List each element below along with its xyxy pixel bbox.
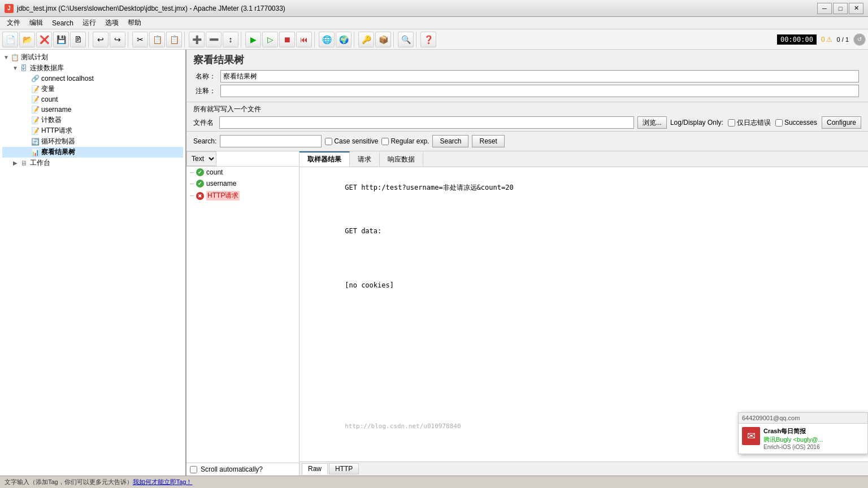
menu-run[interactable]: 运行 — [78, 17, 101, 29]
add-button[interactable]: ➕ — [189, 32, 205, 47]
close-button2[interactable]: ❌ — [36, 32, 52, 47]
var-icon: 📝 — [31, 85, 40, 94]
results-list: Text ─ ✔ count ─ ✔ username ─ ✖ HTTP — [186, 151, 300, 476]
log-error-checkbox[interactable] — [728, 119, 735, 127]
bottom-tabs: Raw HTTP — [300, 461, 868, 476]
tree-node-count[interactable]: 📝 count — [2, 94, 183, 104]
paste-button[interactable]: 📋 — [166, 32, 182, 47]
browse-button[interactable]: 浏览... — [637, 116, 667, 129]
ssl-button[interactable]: 🔑 — [358, 32, 374, 47]
tree-node-workbench[interactable]: ▶ 🖥 工作台 — [2, 158, 183, 168]
configure-button[interactable]: Configure — [822, 116, 861, 129]
status-link[interactable]: 我如何才能立即Tag！ — [133, 478, 193, 486]
stop-restart-button[interactable]: ⏮ — [296, 32, 312, 47]
search-input[interactable] — [220, 135, 322, 147]
cut-button[interactable]: ✂ — [132, 32, 148, 47]
log-error-label[interactable]: 仅日志错误 — [728, 118, 771, 128]
collapse-username[interactable]: ─ — [190, 181, 194, 187]
case-sensitive-checkbox[interactable] — [325, 138, 332, 145]
help-button[interactable]: ❓ — [420, 32, 436, 47]
workbench-label: 工作台 — [30, 158, 50, 168]
result-item-http[interactable]: ─ ✖ HTTP请求 — [186, 189, 299, 202]
remote-button[interactable]: 🌐 — [319, 32, 335, 47]
remove-button[interactable]: ➖ — [206, 32, 222, 47]
app-icon: J — [5, 4, 14, 13]
result-item-username[interactable]: ─ ✔ username — [186, 178, 299, 189]
plan-icon: 📋 — [10, 53, 19, 62]
template-button[interactable]: 🖹 — [70, 32, 86, 47]
loop-label: 循环控制器 — [41, 137, 75, 146]
name-input[interactable] — [220, 70, 859, 82]
count-status-icon: ✔ — [196, 168, 204, 176]
count-icon: 📝 — [31, 95, 40, 104]
successes-label[interactable]: Successes — [775, 119, 817, 127]
tab-sampler-result[interactable]: 取样器结果 — [300, 151, 350, 167]
menu-help[interactable]: 帮助 — [123, 17, 146, 29]
result-item-count[interactable]: ─ ✔ count — [186, 167, 299, 178]
window-title: jdbc_test.jmx (C:\Users\slowchen\Desktop… — [17, 5, 817, 12]
scroll-auto-label: Scroll automatically? — [201, 465, 263, 473]
open-button[interactable]: 📂 — [19, 32, 35, 47]
expand-plan[interactable]: ▼ — [2, 54, 10, 60]
file-name-label: 文件名 — [193, 118, 214, 128]
menu-search[interactable]: Search — [47, 18, 78, 28]
jar-button[interactable]: 📦 — [375, 32, 391, 47]
tree-node-plan[interactable]: ▼ 📋 测试计划 — [2, 52, 183, 63]
case-sensitive-label[interactable]: Case sensitive — [325, 137, 378, 145]
name-row: 名称： — [193, 70, 861, 82]
regular-exp-label[interactable]: Regular exp. — [381, 137, 429, 145]
expand-db[interactable]: ▼ — [11, 65, 19, 71]
tree-node-http[interactable]: 📝 HTTP请求 — [2, 125, 183, 136]
collapse-count[interactable]: ─ — [190, 169, 194, 176]
cookies-line: [no cookies] — [345, 281, 394, 289]
maximize-button[interactable]: □ — [833, 3, 848, 14]
search-tool-button[interactable]: 🔍 — [398, 32, 414, 47]
search-row: Search: Case sensitive Regular exp. Sear… — [186, 132, 868, 151]
result-icon: 📊 — [31, 148, 40, 157]
menu-file[interactable]: 文件 — [2, 17, 25, 29]
tree-node-counter[interactable]: 📝 计数器 — [2, 115, 183, 125]
search-button[interactable]: Search — [432, 135, 468, 147]
tree-node-loop[interactable]: 🔄 循环控制器 — [2, 136, 183, 147]
regular-exp-checkbox[interactable] — [381, 138, 389, 145]
reset-button[interactable]: Reset — [472, 135, 504, 147]
tabs-row: 取样器结果 请求 响应数据 — [300, 151, 868, 167]
http-tab[interactable]: HTTP — [329, 463, 359, 474]
menu-options[interactable]: 选项 — [101, 17, 123, 29]
stop-button[interactable]: ⏹ — [279, 32, 295, 47]
collapse-http[interactable]: ─ — [190, 193, 194, 199]
undo-button[interactable]: ↩ — [93, 32, 108, 47]
workbench-icon: 🖥 — [19, 159, 28, 168]
reset-stop-button[interactable]: ↺ — [853, 33, 866, 46]
connect-label: connect localhost — [41, 75, 94, 82]
copy-button[interactable]: 📋 — [149, 32, 165, 47]
tree-node-username[interactable]: 📝 username — [2, 104, 183, 115]
tree-node-connect[interactable]: 🔗 connect localhost — [2, 73, 183, 84]
minimize-button[interactable]: ─ — [817, 3, 832, 14]
comment-input[interactable] — [220, 85, 859, 97]
play-from-button[interactable]: ▷ — [262, 32, 278, 47]
redo-button[interactable]: ↪ — [110, 32, 125, 47]
close-button[interactable]: ✕ — [849, 3, 863, 14]
play-button[interactable]: ▶ — [245, 32, 261, 47]
tab-request[interactable]: 请求 — [350, 151, 380, 167]
menu-edit[interactable]: 编辑 — [25, 17, 47, 29]
tree-node-result[interactable]: 📊 察看结果树 — [2, 147, 183, 158]
main-layout: ▼ 📋 测试计划 ▼ 🗄 连接数据库 🔗 connect localhost 📝… — [0, 50, 868, 476]
username-label: username — [41, 106, 71, 114]
successes-checkbox[interactable] — [775, 119, 783, 127]
file-input[interactable] — [219, 116, 634, 129]
save-button[interactable]: 💾 — [53, 32, 69, 47]
toggle-button[interactable]: ↕ — [223, 32, 238, 47]
scroll-auto-checkbox[interactable] — [190, 466, 197, 473]
new-button[interactable]: 📄 — [2, 32, 18, 47]
log-options: Log/Display Only: 仅日志错误 Successes Config… — [670, 116, 861, 129]
remote-stop-button[interactable]: 🌍 — [336, 32, 351, 47]
expand-workbench[interactable]: ▶ — [11, 160, 19, 166]
tree-node-var[interactable]: 📝 变量 — [2, 84, 183, 94]
raw-tab[interactable]: Raw — [302, 463, 328, 474]
progress-display: 0 / 1 — [837, 36, 849, 43]
tab-response[interactable]: 响应数据 — [380, 151, 423, 167]
tree-node-db[interactable]: ▼ 🗄 连接数据库 — [2, 63, 183, 73]
type-dropdown[interactable]: Text — [186, 151, 216, 166]
